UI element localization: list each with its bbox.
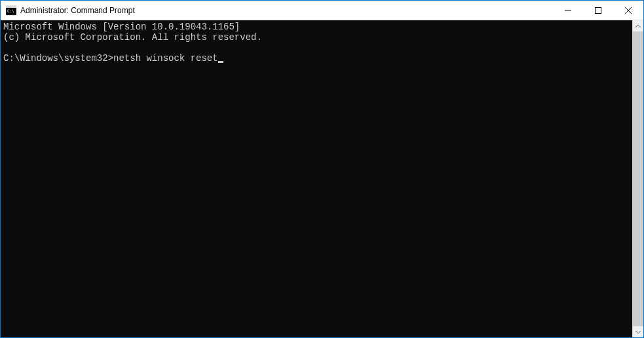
command-prompt-window: C:\ Administrator: Command Prompt	[0, 0, 644, 338]
close-button[interactable]	[613, 1, 643, 20]
svg-rect-4	[596, 7, 601, 13]
vertical-scrollbar[interactable]	[632, 20, 643, 337]
scrollbar-track[interactable]	[633, 31, 643, 326]
window-title: Administrator: Command Prompt	[20, 6, 135, 15]
copyright-line: (c) Microsoft Corporation. All rights re…	[3, 32, 262, 43]
scroll-up-button[interactable]	[633, 20, 643, 31]
version-line: Microsoft Windows [Version 10.0.19043.11…	[3, 22, 240, 32]
terminal-output[interactable]: Microsoft Windows [Version 10.0.19043.11…	[1, 20, 632, 337]
maximize-icon	[595, 7, 601, 14]
scrollbar-thumb[interactable]	[633, 31, 643, 326]
cmd-icon: C:\	[6, 5, 16, 16]
svg-rect-1	[6, 6, 16, 8]
window-controls	[553, 1, 643, 20]
prompt-text: C:\Windows\system32>	[3, 53, 113, 64]
svg-text:C:\: C:\	[7, 9, 14, 13]
maximize-button[interactable]	[583, 1, 613, 20]
titlebar-left: C:\ Administrator: Command Prompt	[1, 5, 135, 16]
client-area: Microsoft Windows [Version 10.0.19043.11…	[1, 20, 643, 337]
chevron-down-icon	[635, 329, 641, 335]
blank-line	[3, 43, 630, 53]
close-icon	[625, 7, 632, 14]
text-cursor	[218, 61, 223, 63]
chevron-up-icon	[635, 24, 641, 29]
scroll-down-button[interactable]	[633, 326, 643, 337]
titlebar[interactable]: C:\ Administrator: Command Prompt	[1, 1, 643, 20]
command-text: netsh winsock reset	[113, 53, 218, 64]
minimize-icon	[565, 7, 571, 14]
minimize-button[interactable]	[553, 1, 583, 20]
